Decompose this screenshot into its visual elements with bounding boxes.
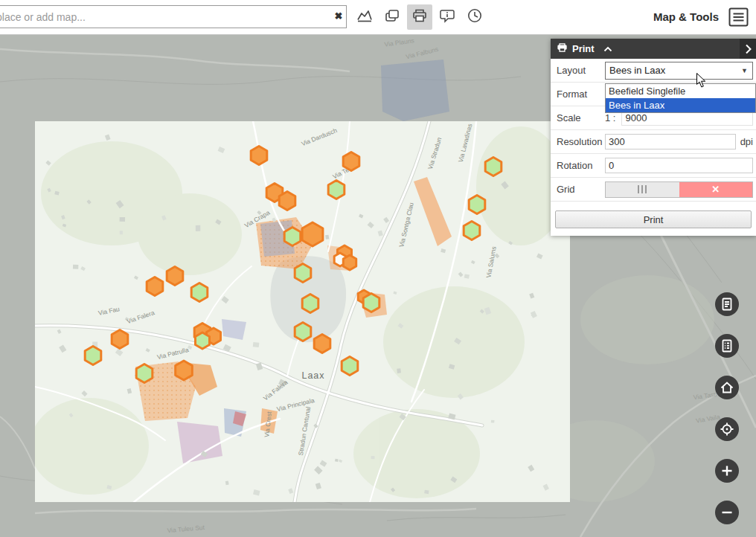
resolution-unit: dpi xyxy=(740,136,753,147)
layout-select[interactable]: Bees in Laax ▼ xyxy=(605,62,753,80)
top-toolbar: ✖ Map & Tools xyxy=(0,0,756,35)
scale-label: Scale xyxy=(551,112,605,123)
legend-icon xyxy=(715,334,739,358)
basemap-layers-button[interactable] xyxy=(379,4,405,30)
dim-zone-polygon xyxy=(381,60,449,121)
report-button[interactable] xyxy=(715,292,739,316)
print-panel-header: Print xyxy=(551,39,756,59)
bee-hex-marker-green[interactable] xyxy=(196,332,210,349)
profile-chart-button[interactable] xyxy=(352,4,377,30)
collapse-chevron-icon[interactable] xyxy=(603,46,612,52)
resolution-row: Resolution dpi xyxy=(551,130,756,154)
bee-hex-marker-green[interactable] xyxy=(295,323,311,341)
print-button[interactable] xyxy=(407,4,432,30)
print-panel-icon xyxy=(557,42,568,56)
rotation-input[interactable] xyxy=(605,158,753,173)
profile-chart-icon xyxy=(356,8,373,26)
layout-row: Layout Bees in Laax ▼ xyxy=(551,59,756,83)
locate-button[interactable] xyxy=(715,417,739,441)
map-tools-label: Map & Tools xyxy=(653,10,719,23)
bee-hex-marker-orange[interactable] xyxy=(279,192,295,210)
resolution-label: Resolution xyxy=(551,136,605,147)
info-bubble-icon xyxy=(439,8,455,26)
grid-toggle-handle[interactable] xyxy=(606,182,679,197)
bee-hex-marker-green[interactable] xyxy=(136,364,153,383)
bee-hex-marker-orange[interactable] xyxy=(167,267,183,286)
bee-hex-marker-green[interactable] xyxy=(464,222,480,240)
menu-button[interactable] xyxy=(728,7,749,27)
print-panel-title: Print xyxy=(572,43,595,54)
home-button[interactable] xyxy=(715,376,739,399)
grid-toggle[interactable]: ✕ xyxy=(605,181,753,198)
hamburger-icon xyxy=(728,18,749,29)
history-button[interactable] xyxy=(462,4,487,30)
print-panel: Print Layout Bees in Laax ▼ Format Scale… xyxy=(551,39,756,236)
bee-hex-marker-green[interactable] xyxy=(85,347,101,365)
bee-hex-marker-green[interactable] xyxy=(295,264,311,283)
search-input[interactable] xyxy=(0,5,347,28)
bee-hex-marker-green[interactable] xyxy=(342,357,358,376)
layout-option[interactable]: Bees in Laax xyxy=(606,98,755,112)
bee-hex-marker-green[interactable] xyxy=(191,283,208,302)
bee-hex-marker-green[interactable] xyxy=(363,294,379,312)
bee-hex-marker-orange[interactable] xyxy=(343,255,356,270)
layout-label: Layout xyxy=(551,65,605,76)
print-submit-button[interactable]: Print xyxy=(555,210,752,228)
layout-dropdown-options: Beefield SinglefileBees in Laax xyxy=(605,83,756,113)
report-icon xyxy=(715,292,739,316)
resolution-input[interactable] xyxy=(605,134,736,149)
layout-select-value: Bees in Laax xyxy=(609,65,665,76)
bee-hex-marker-orange[interactable] xyxy=(176,361,193,380)
bee-hex-marker-orange[interactable] xyxy=(314,335,330,353)
scale-prefix: 1 : xyxy=(605,112,615,123)
bee-hex-marker-green[interactable] xyxy=(302,295,318,313)
chevron-down-icon: ▼ xyxy=(741,67,748,74)
zoom-out-button[interactable] xyxy=(715,501,739,524)
legend-button[interactable] xyxy=(715,334,739,358)
grid-off-icon[interactable]: ✕ xyxy=(679,182,753,197)
info-button[interactable] xyxy=(435,4,460,30)
zoom-in-button[interactable] xyxy=(715,459,739,483)
history-clock-icon xyxy=(467,7,483,27)
bee-hex-marker-orange[interactable] xyxy=(147,277,163,296)
bee-hex-marker-green[interactable] xyxy=(328,181,345,199)
format-label: Format xyxy=(551,89,605,100)
grid-row: Grid ✕ xyxy=(551,178,756,202)
bee-hex-marker-orange[interactable] xyxy=(302,222,323,246)
street-label: Laax xyxy=(301,370,324,381)
basemap-layers-icon xyxy=(384,8,400,26)
search-clear-icon[interactable]: ✖ xyxy=(332,10,345,23)
bee-hex-marker-green[interactable] xyxy=(284,228,301,246)
grid-label: Grid xyxy=(551,184,605,195)
bee-hex-marker-orange[interactable] xyxy=(343,152,359,171)
crosshair-icon xyxy=(715,417,739,441)
panel-close-chevron-icon[interactable] xyxy=(740,39,756,59)
bee-hex-marker-orange[interactable] xyxy=(251,147,267,165)
home-icon xyxy=(715,376,739,399)
rotation-row: Rotation xyxy=(551,154,756,178)
minus-icon xyxy=(715,501,739,524)
plus-icon xyxy=(715,459,739,483)
bee-hex-marker-green[interactable] xyxy=(469,196,485,214)
rotation-label: Rotation xyxy=(551,160,605,171)
layout-option[interactable]: Beefield Singlefile xyxy=(606,84,755,98)
print-icon xyxy=(411,8,428,26)
bee-hex-marker-green[interactable] xyxy=(485,158,502,176)
bee-hex-marker-orange[interactable] xyxy=(112,330,128,349)
